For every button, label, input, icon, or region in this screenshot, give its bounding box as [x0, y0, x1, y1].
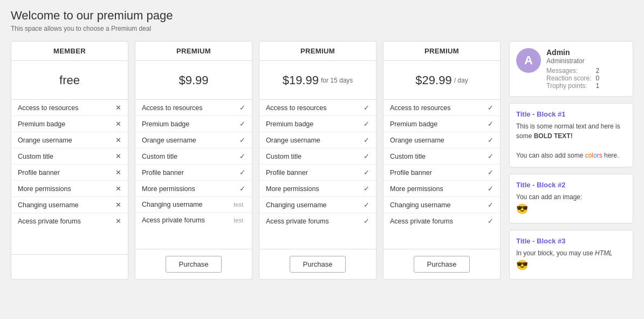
- stat-label: Trophy points:: [546, 82, 587, 90]
- plan-footer: Purchase: [135, 249, 252, 279]
- feature-row: Custom title✕: [11, 148, 128, 165]
- cross-icon: ✕: [115, 217, 121, 225]
- feature-row: Custom title✓: [135, 148, 252, 165]
- stat-label: Messages:: [546, 67, 578, 74]
- feature-name: Access to resources: [390, 104, 488, 112]
- stat-row: Reaction score:0: [546, 74, 599, 82]
- check-icon: ✓: [364, 152, 369, 160]
- feature-row: Access to resources✕: [11, 100, 128, 116]
- price-amount: $9.99: [179, 73, 208, 87]
- feature-name: Orange username: [266, 137, 364, 144]
- feature-name: More permissions: [266, 185, 364, 193]
- feature-row: Profile banner✕: [11, 165, 128, 181]
- plan-features: Access to resources✓Premium badge✓Orange…: [383, 100, 500, 249]
- check-icon: ✓: [488, 136, 494, 144]
- cross-icon: ✕: [115, 185, 121, 193]
- feature-name: Profile banner: [266, 169, 364, 177]
- feature-name: Acess private forums: [266, 218, 364, 225]
- plan-features: Access to resources✓Premium badge✓Orange…: [135, 100, 252, 249]
- feature-row: Orange username✓: [135, 132, 252, 148]
- purchase-button[interactable]: Purchase: [414, 256, 470, 273]
- check-icon: ✓: [488, 168, 494, 177]
- feature-name: Changing username: [390, 201, 488, 209]
- plan-card-premium1: PREMIUM$9.99Access to resources✓Premium …: [135, 41, 252, 280]
- cross-icon: ✕: [115, 201, 121, 209]
- check-icon: ✓: [364, 217, 369, 225]
- feature-name: More permissions: [142, 185, 239, 193]
- plan-price: $9.99: [135, 61, 252, 100]
- cross-icon: ✕: [115, 104, 121, 112]
- cross-icon: ✕: [115, 168, 121, 177]
- plans-area: MEMBERfreeAccess to resources✕Premium ba…: [11, 41, 501, 280]
- check-icon: ✓: [488, 152, 494, 160]
- plan-features: Access to resources✓Premium badge✓Orange…: [259, 100, 376, 249]
- price-sub: / day: [454, 77, 468, 84]
- plan-price: $19.99for 15 days: [259, 61, 376, 100]
- sidebar: A Admin Administrator Messages:2Reaction…: [509, 41, 633, 280]
- plan-header: PREMIUM: [135, 42, 252, 61]
- feature-row: Changing username✕: [11, 197, 128, 213]
- feature-name: Orange username: [142, 137, 239, 144]
- feature-row: Profile banner✓: [259, 165, 376, 181]
- check-icon: ✓: [364, 120, 369, 128]
- purchase-button[interactable]: Purchase: [290, 256, 346, 273]
- feature-row: Changing usernametest: [135, 197, 252, 213]
- check-icon: ✓: [239, 136, 245, 144]
- check-icon: ✓: [239, 104, 245, 112]
- feature-name: Premium badge: [142, 120, 239, 128]
- feature-row: More permissions✓: [135, 181, 252, 197]
- feature-row: More permissions✕: [11, 181, 128, 197]
- check-icon: ✓: [488, 217, 494, 225]
- block-3-content: In your block, you may use HTML 😎: [516, 248, 626, 273]
- feature-row: Orange username✓: [383, 132, 500, 148]
- feature-name: Acess private forums: [142, 216, 234, 224]
- feature-name: Premium badge: [390, 120, 488, 128]
- check-icon: ✓: [488, 201, 494, 209]
- check-icon: ✓: [364, 168, 369, 177]
- feature-row: Changing username✓: [259, 197, 376, 213]
- purchase-button[interactable]: Purchase: [166, 256, 222, 273]
- feature-row: Acess private forums✓: [383, 213, 500, 229]
- feature-tag: test: [234, 201, 243, 208]
- feature-row: Custom title✓: [259, 148, 376, 165]
- feature-row: Access to resources✓: [259, 100, 376, 116]
- stat-value: 0: [595, 74, 599, 82]
- feature-row: Premium badge✓: [259, 116, 376, 132]
- feature-row: Orange username✓: [259, 132, 376, 148]
- feature-name: Changing username: [266, 201, 364, 209]
- check-icon: ✓: [364, 136, 369, 144]
- feature-name: Orange username: [18, 137, 115, 144]
- block-2-title: Title - Block #2: [516, 181, 626, 189]
- feature-row: Custom title✓: [383, 148, 500, 165]
- feature-name: More permissions: [18, 185, 115, 193]
- feature-name: Access to resources: [266, 104, 364, 112]
- stat-row: Messages:2: [546, 67, 599, 74]
- avatar: A: [516, 48, 541, 73]
- plan-header: PREMIUM: [383, 42, 500, 61]
- check-icon: ✓: [239, 152, 245, 160]
- stat-row: Trophy points:1: [546, 82, 599, 90]
- plan-card-premium3: PREMIUM$29.99/ dayAccess to resources✓Pr…: [383, 41, 501, 280]
- feature-name: Custom title: [266, 153, 364, 160]
- feature-name: Changing username: [18, 201, 115, 209]
- feature-name: Acess private forums: [390, 218, 488, 225]
- stat-label: Reaction score:: [546, 74, 591, 82]
- check-icon: ✓: [239, 185, 245, 193]
- feature-row: Profile banner✓: [135, 165, 252, 181]
- feature-name: Premium badge: [18, 120, 115, 128]
- feature-row: Premium badge✓: [383, 116, 500, 132]
- sidebar-block-1: Title - Block #1 This is some normal tex…: [509, 103, 633, 167]
- block-2-content: You can add an image: 😎: [516, 192, 626, 216]
- block-1-title: Title - Block #1: [516, 110, 626, 118]
- check-icon: ✓: [364, 104, 369, 112]
- user-stats: Messages:2Reaction score:0Trophy points:…: [546, 67, 599, 90]
- feature-row: More permissions✓: [383, 181, 500, 197]
- user-card: A Admin Administrator Messages:2Reaction…: [509, 41, 633, 97]
- plan-card-premium2: PREMIUM$19.99for 15 daysAccess to resour…: [259, 41, 376, 280]
- sidebar-block-3: Title - Block #3 In your block, you may …: [509, 230, 633, 280]
- feature-tag: test: [234, 217, 243, 223]
- plan-footer: Purchase: [259, 249, 376, 279]
- cross-icon: ✕: [115, 152, 121, 160]
- feature-name: Custom title: [142, 153, 239, 160]
- feature-name: Profile banner: [390, 169, 488, 177]
